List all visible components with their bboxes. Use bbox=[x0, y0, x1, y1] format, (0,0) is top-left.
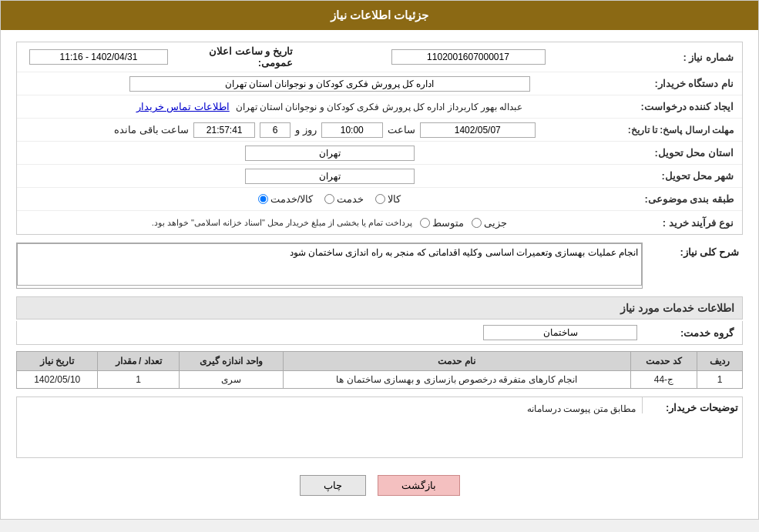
announce-date-label: تاریخ و ساعت اعلان عمومی: bbox=[176, 45, 299, 69]
deadline-date-input[interactable] bbox=[420, 122, 536, 138]
description-content bbox=[16, 243, 643, 289]
description-label: شرح کلی نیاز: bbox=[643, 243, 743, 258]
requester-org-value bbox=[22, 76, 637, 92]
deadline-values: ساعت روز و ساعت باقی مانده bbox=[22, 122, 628, 138]
city-value bbox=[22, 169, 637, 184]
category-radio-kala[interactable] bbox=[375, 194, 385, 204]
city-input[interactable] bbox=[245, 169, 415, 184]
city-row: شهر محل تحویل: bbox=[17, 165, 742, 188]
group-label-row: گروه خدمت: bbox=[16, 321, 743, 345]
remaining-time-input[interactable] bbox=[193, 122, 255, 138]
category-kala[interactable]: کالا bbox=[375, 193, 401, 205]
creator-row: ایجاد کننده درخواست: عبداله بهور کاربردا… bbox=[17, 95, 742, 119]
remaining-days-label: روز و bbox=[295, 124, 317, 136]
category-kala-khedmat[interactable]: کالا/خدمت bbox=[258, 193, 314, 205]
purchase-type-value: جزیی متوسط پرداخت تمام یا بخشی از مبلغ خ… bbox=[22, 217, 637, 229]
order-row: شماره نیاز : تاریخ و ساعت اعلان عمومی: bbox=[17, 42, 742, 72]
city-label: شهر محل تحویل: bbox=[637, 170, 737, 182]
purchase-motavasset-label: متوسط bbox=[432, 217, 464, 229]
cell-date: 1402/05/10 bbox=[17, 371, 98, 389]
purchase-type-row: نوع فرآیند خرید : جزیی متوسط پرداخت تمام… bbox=[17, 211, 742, 234]
deadline-time-label: ساعت bbox=[388, 124, 415, 136]
requester-row: نام دستگاه خریدار: bbox=[17, 72, 742, 95]
category-value: کالا خدمت کالا/خدمت bbox=[22, 193, 637, 205]
category-khedmat-label: خدمت bbox=[337, 193, 364, 205]
cell-service_code: ج-44 bbox=[630, 371, 697, 389]
cell-service_name: انجام کارهای متفرقه درخصوص بازسازی و بهس… bbox=[283, 371, 630, 389]
info-section: شماره نیاز : تاریخ و ساعت اعلان عمومی: ن… bbox=[16, 42, 743, 235]
page-title: جزئیات اطلاعات نیاز bbox=[331, 8, 428, 22]
order-number-input[interactable] bbox=[391, 49, 546, 65]
province-value bbox=[22, 146, 637, 161]
buyer-notes-value: مطابق متن پیوست درسامانه bbox=[20, 400, 639, 417]
print-button[interactable]: چاپ bbox=[300, 475, 366, 496]
purchase-motavasset[interactable]: متوسط bbox=[420, 217, 464, 229]
description-section: شرح کلی نیاز: bbox=[16, 243, 743, 289]
province-label: استان محل تحویل: bbox=[637, 147, 737, 159]
col-service-code: کد حدمت bbox=[630, 352, 697, 371]
deadline-label: مهلت ارسال پاسخ: تا تاریخ: bbox=[628, 125, 737, 136]
col-count: تعداد / مقدار bbox=[98, 352, 179, 371]
province-input[interactable] bbox=[245, 146, 415, 161]
group-input[interactable] bbox=[483, 325, 637, 340]
services-table-section: ردیف کد حدمت نام حدمت واحد اندازه گیری ت… bbox=[16, 351, 743, 389]
cell-row_num: 1 bbox=[697, 371, 743, 389]
category-radio-khedmat[interactable] bbox=[324, 194, 334, 204]
purchase-radio-motavasset[interactable] bbox=[420, 218, 430, 228]
category-label: طبقه بندی موضوعی: bbox=[637, 193, 737, 205]
remaining-suffix: ساعت باقی مانده bbox=[114, 124, 189, 136]
col-date: تاریخ نیاز bbox=[17, 352, 98, 371]
announce-date-input[interactable] bbox=[29, 49, 168, 65]
purchase-jozii[interactable]: جزیی bbox=[472, 217, 507, 229]
order-number-value bbox=[299, 49, 637, 65]
category-radio-kala-khedmat[interactable] bbox=[258, 194, 268, 204]
purchase-type-note: پرداخت تمام یا بخشی از مبلغ خریدار محل "… bbox=[152, 218, 413, 228]
col-row-num: ردیف bbox=[697, 352, 743, 371]
services-table: ردیف کد حدمت نام حدمت واحد اندازه گیری ت… bbox=[16, 351, 743, 389]
purchase-jozii-label: جزیی bbox=[484, 217, 507, 229]
category-khedmat[interactable]: خدمت bbox=[324, 193, 364, 205]
cell-count: 1 bbox=[98, 371, 179, 389]
services-section-header: اطلاعات خدمات مورد نیاز bbox=[16, 296, 743, 320]
group-label: گروه خدمت: bbox=[637, 327, 737, 339]
creator-value: عبداله بهور کاربرداز اداره کل پرورش فکری… bbox=[236, 102, 523, 112]
button-row: بازگشت چاپ bbox=[16, 467, 743, 507]
back-button[interactable]: بازگشت bbox=[378, 475, 460, 496]
province-row: استان محل تحویل: bbox=[17, 142, 742, 165]
page-header: جزئیات اطلاعات نیاز bbox=[1, 1, 758, 30]
buyer-notes-section: توضیحات خریدار: مطابق متن پیوست درسامانه bbox=[16, 396, 743, 458]
group-value bbox=[22, 325, 637, 340]
order-number-label: شماره نیاز : bbox=[637, 52, 737, 63]
remaining-days-input[interactable] bbox=[260, 122, 291, 138]
contact-link[interactable]: اطلاعات تماس خریدار bbox=[136, 101, 230, 112]
requester-org-input[interactable] bbox=[129, 76, 530, 92]
announce-date-value bbox=[22, 49, 176, 65]
purchase-type-label: نوع فرآیند خرید : bbox=[637, 217, 737, 229]
creator-value-cell: عبداله بهور کاربرداز اداره کل پرورش فکری… bbox=[22, 101, 637, 112]
col-service-name: نام حدمت bbox=[283, 352, 630, 371]
category-row: طبقه بندی موضوعی: کالا خدمت کالا/خدمت bbox=[17, 188, 742, 211]
creator-label: ایجاد کننده درخواست: bbox=[637, 101, 737, 112]
cell-unit: سری bbox=[179, 371, 283, 389]
buyer-notes-label: توضیحات خریدار: bbox=[642, 397, 742, 413]
buyer-notes-content: مطابق متن پیوست درسامانه bbox=[17, 397, 642, 420]
deadline-time-input[interactable] bbox=[321, 122, 383, 138]
description-textarea[interactable] bbox=[17, 243, 642, 286]
col-unit: واحد اندازه گیری bbox=[179, 352, 283, 371]
requester-org-label: نام دستگاه خریدار: bbox=[637, 78, 737, 89]
table-row: 1ج-44انجام کارهای متفرقه درخصوص بازسازی … bbox=[17, 371, 743, 389]
purchase-radio-jozii[interactable] bbox=[472, 218, 482, 228]
deadline-row: مهلت ارسال پاسخ: تا تاریخ: ساعت روز و سا… bbox=[17, 119, 742, 142]
category-kala-khedmat-label: کالا/خدمت bbox=[270, 193, 314, 205]
category-kala-label: کالا bbox=[388, 193, 401, 205]
